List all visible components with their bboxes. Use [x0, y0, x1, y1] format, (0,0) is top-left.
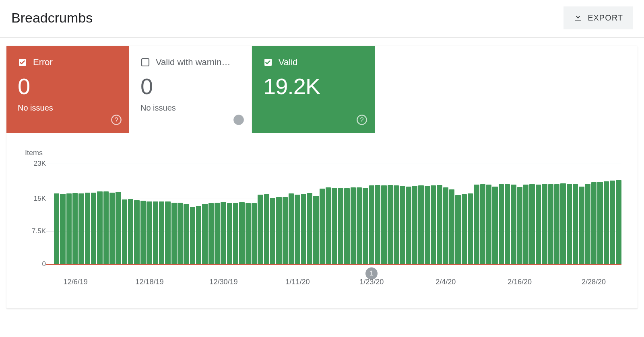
chart-bar[interactable] — [363, 188, 368, 264]
chart-bar[interactable] — [66, 193, 72, 264]
chart-bar[interactable] — [381, 185, 386, 264]
chart-bar[interactable] — [591, 182, 597, 264]
chart-bar[interactable] — [474, 185, 479, 264]
chart-bar[interactable] — [208, 203, 214, 264]
chart-bar[interactable] — [165, 201, 170, 265]
chart-bar[interactable] — [388, 185, 393, 264]
chart-bar[interactable] — [610, 181, 615, 264]
chart-bar[interactable] — [400, 186, 405, 264]
chart-bar[interactable] — [616, 180, 621, 264]
chart-bar[interactable] — [357, 187, 362, 264]
chart-bar[interactable] — [221, 202, 226, 264]
chart-bar[interactable] — [295, 195, 300, 264]
chart-bar[interactable] — [233, 203, 238, 264]
chart-bar[interactable] — [431, 185, 436, 264]
chart-bar[interactable] — [505, 184, 510, 264]
chart-bar[interactable] — [338, 188, 343, 264]
chart-bar[interactable] — [276, 197, 281, 264]
status-tab-error[interactable]: Error 0 No issues ? — [6, 46, 129, 133]
chart-bar[interactable] — [560, 183, 566, 264]
chart-bar[interactable] — [511, 185, 516, 264]
chart-bar[interactable] — [301, 194, 306, 264]
chart-bar[interactable] — [604, 181, 609, 265]
chart-bar[interactable] — [153, 201, 158, 265]
chart-bars[interactable]: 1 — [46, 164, 621, 264]
chart-bar[interactable] — [536, 185, 541, 264]
chart-bar[interactable] — [159, 201, 164, 265]
chart-bar[interactable] — [492, 187, 497, 265]
chart-bar[interactable] — [78, 193, 84, 264]
chart-bar[interactable] — [258, 195, 263, 264]
chart-bar[interactable] — [227, 203, 232, 264]
export-button[interactable]: EXPORT — [564, 6, 633, 29]
help-icon[interactable]: ? — [233, 114, 244, 125]
chart-bar[interactable] — [554, 184, 559, 264]
chart-bar[interactable] — [523, 185, 528, 264]
chart-bar[interactable] — [542, 184, 547, 264]
chart-bar[interactable] — [567, 184, 572, 264]
chart-bar[interactable] — [134, 200, 139, 264]
status-tab-warning[interactable]: Valid with warnin… 0 No issues ? — [129, 46, 252, 133]
chart-bar[interactable] — [178, 203, 183, 264]
chart-bar[interactable] — [443, 187, 448, 264]
chart-bar[interactable] — [351, 187, 356, 264]
chart-bar[interactable] — [486, 185, 491, 264]
chart-bar[interactable] — [54, 193, 59, 264]
chart-bar[interactable] — [128, 199, 133, 264]
chart-bar[interactable] — [184, 204, 189, 264]
chart-bar[interactable] — [60, 194, 65, 264]
chart-bar[interactable] — [196, 206, 201, 264]
chart-bar[interactable] — [585, 184, 590, 264]
chart-bar[interactable] — [548, 184, 553, 264]
chart-bar[interactable] — [122, 199, 127, 264]
chart-bar[interactable] — [103, 191, 109, 265]
chart-bar[interactable] — [499, 184, 504, 264]
chart-bar[interactable] — [264, 194, 269, 264]
chart-bar[interactable] — [313, 196, 318, 264]
chart-bar[interactable] — [147, 201, 152, 265]
chart-bar[interactable] — [597, 182, 603, 264]
help-icon[interactable]: ? — [111, 114, 122, 125]
chart-bar[interactable] — [406, 187, 411, 265]
chart-bar[interactable] — [437, 185, 442, 264]
chart-bar[interactable] — [394, 185, 399, 264]
chart-bar[interactable] — [289, 193, 294, 264]
chart-bar[interactable] — [326, 187, 331, 264]
chart-bar[interactable] — [369, 185, 374, 264]
chart-bar[interactable] — [455, 195, 460, 264]
chart-bar[interactable] — [307, 193, 312, 264]
help-icon[interactable]: ? — [356, 114, 367, 125]
chart-bar[interactable] — [320, 189, 325, 264]
chart-bar[interactable] — [344, 188, 349, 264]
chart-bar[interactable] — [85, 193, 90, 264]
chart-bar[interactable] — [97, 191, 102, 265]
chart-bar[interactable] — [480, 184, 485, 264]
chart-bar[interactable] — [449, 189, 454, 264]
status-tab-valid[interactable]: Valid 19.2K ? — [252, 46, 375, 133]
chart-bar[interactable] — [283, 197, 288, 264]
chart-bar[interactable] — [468, 193, 473, 264]
chart-bar[interactable] — [140, 201, 146, 264]
chart-bar[interactable] — [573, 184, 578, 264]
chart-bar[interactable] — [246, 203, 251, 264]
chart-bar[interactable] — [91, 193, 96, 264]
chart-bar[interactable] — [190, 207, 195, 265]
chart-bar[interactable] — [72, 193, 78, 264]
chart-bar[interactable] — [171, 203, 177, 264]
chart-bar[interactable] — [116, 192, 121, 264]
chart-bar[interactable] — [579, 187, 584, 265]
chart-bar[interactable] — [239, 202, 244, 264]
chart-bar[interactable] — [215, 203, 220, 264]
chart-bar[interactable] — [202, 204, 207, 264]
chart-bar[interactable] — [270, 198, 275, 264]
chart-bar[interactable] — [418, 185, 423, 264]
chart-bar[interactable] — [332, 188, 337, 264]
chart-bar[interactable] — [375, 185, 380, 264]
chart-bar[interactable] — [109, 193, 115, 264]
chart-bar[interactable] — [517, 187, 522, 264]
chart-bar[interactable] — [412, 186, 417, 264]
chart-bar[interactable] — [252, 203, 257, 264]
chart-bar[interactable] — [529, 184, 535, 264]
chart-bar[interactable] — [425, 186, 430, 264]
chart-bar[interactable] — [462, 194, 467, 264]
